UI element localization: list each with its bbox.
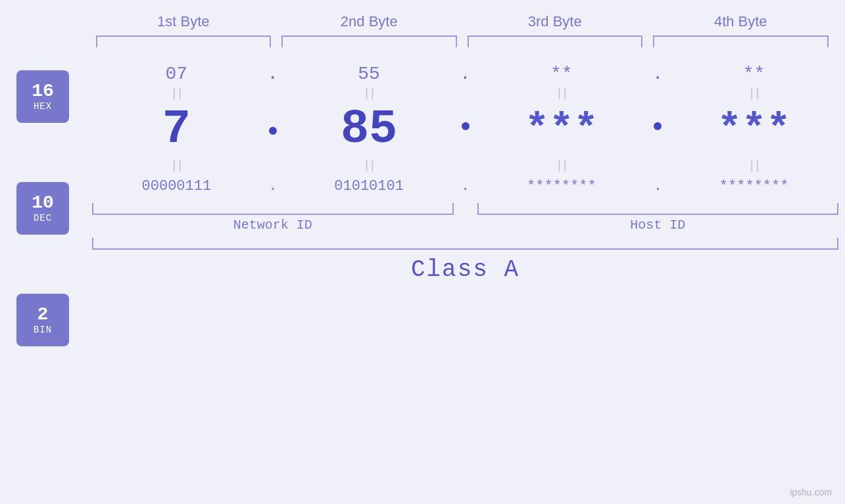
hex-dot1: .: [261, 64, 285, 84]
bracket-byte1: [96, 35, 272, 47]
dec-b3: ***: [477, 109, 646, 150]
bracket-byte3: [468, 35, 643, 47]
id-labels: Network ID Host ID: [92, 218, 838, 233]
bottom-brackets: [92, 203, 838, 215]
eq2-b2: ||: [285, 159, 454, 172]
eq1-b2: ||: [285, 87, 454, 100]
eq1-b3: ||: [477, 87, 646, 100]
eq1-b4: ||: [669, 87, 838, 100]
hex-badge-label: HEX: [34, 101, 52, 112]
dec-badge: 10 DEC: [16, 182, 69, 235]
bin-badge-label: BIN: [34, 325, 52, 335]
dec-b4: ***: [669, 109, 838, 150]
bracket-byte2: [281, 35, 457, 47]
hex-b4: **: [669, 64, 838, 84]
byte3-header: 3rd Byte: [462, 13, 648, 35]
dec-badge-number: 10: [32, 193, 54, 214]
host-id-label: Host ID: [477, 218, 839, 233]
watermark: ipshu.com: [790, 487, 832, 497]
hex-dot2: .: [454, 64, 477, 84]
bin-dot1: .: [261, 178, 285, 195]
dec-dot3: [646, 122, 669, 137]
dec-badge-label: DEC: [34, 213, 52, 223]
bin-dot3: .: [646, 178, 669, 195]
dec-b2: 85: [285, 106, 454, 153]
hex-badge-number: 16: [32, 81, 54, 102]
byte1-header: 1st Byte: [91, 13, 277, 35]
class-label: Class A: [411, 256, 519, 283]
host-id-bracket: [477, 203, 839, 215]
hex-dot3: .: [646, 64, 669, 84]
eq2-b4: ||: [669, 159, 838, 172]
bin-b4: ********: [669, 178, 838, 195]
byte4-header: 4th Byte: [648, 13, 834, 35]
eq1-b1: ||: [92, 87, 261, 100]
bin-b1: 00000111: [92, 178, 261, 195]
hex-b3: **: [477, 64, 646, 84]
bin-b3: ********: [477, 178, 646, 195]
eq2-b3: ||: [477, 159, 646, 172]
dec-dot1: [261, 110, 285, 149]
class-label-container: Class A: [92, 256, 838, 283]
badges-column: 16 HEX 10 DEC 2 BIN: [0, 57, 85, 491]
bin-dot2: .: [454, 178, 477, 195]
main-container: 1st Byte 2nd Byte 3rd Byte 4th Byte 16 H…: [0, 0, 845, 504]
bin-badge-number: 2: [37, 305, 49, 325]
eq2-b1: ||: [92, 159, 261, 172]
hex-badge: 16 HEX: [16, 70, 69, 123]
bin-b2: 01010101: [285, 178, 454, 195]
byte2-header: 2nd Byte: [276, 13, 462, 35]
dec-b1: 7: [92, 106, 261, 153]
hex-b1: 07: [92, 64, 261, 84]
network-id-label: Network ID: [92, 218, 454, 233]
outer-bracket: [92, 238, 838, 250]
hex-b2: 55: [285, 64, 454, 84]
dec-dot2: [454, 122, 477, 137]
bracket-byte4: [653, 35, 829, 47]
network-id-bracket: [92, 203, 454, 215]
bin-badge: 2 BIN: [16, 294, 69, 346]
